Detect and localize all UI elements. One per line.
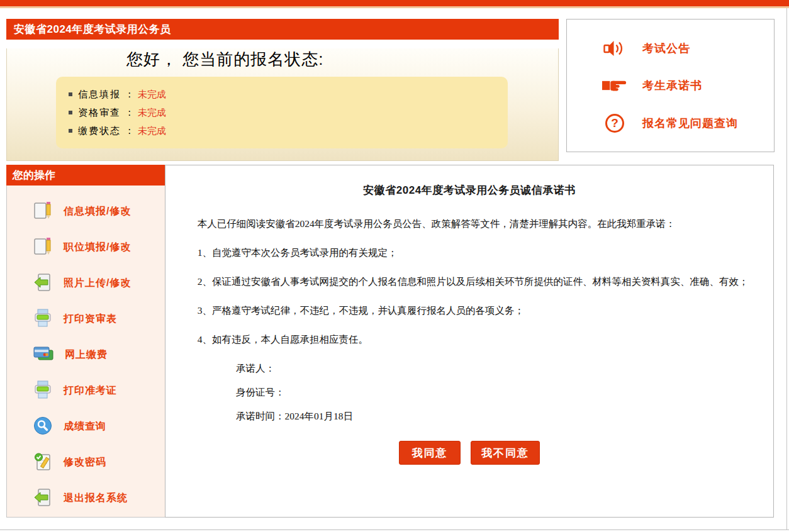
sidebar-item-label: 成绩查询 [64,420,106,433]
quick-links-panel: 考试公告 考生承诺书 ? 报名常见问题查询 [566,19,775,152]
status-value: 未完成 [138,125,166,136]
button-row: 我同意 我不同意 [173,441,766,465]
commitment-paragraph: 3、严格遵守考试纪律，不违纪，不违规，并认真履行报名人员的各项义务； [173,302,766,319]
sidebar-item-online-payment[interactable]: 网上缴费 [7,337,165,373]
printer-icon [33,309,52,330]
sidebar-item-print-admission-ticket[interactable]: 打印准考证 [7,373,165,409]
speaker-icon [602,39,627,58]
link-faq[interactable]: ? 报名常见问题查询 [602,114,774,133]
disagree-button[interactable]: 我不同意 [471,441,540,465]
id-label: 身份证号： [236,387,285,397]
status-panel-body: 您好， 您当前的报名状态: 信息填报：未完成 资格审查：未完成 缴费状态：未完成 [6,48,559,161]
sidebar-item-info-fill[interactable]: 信息填报/修改 [7,194,165,230]
question-icon: ? [602,114,627,133]
sidebar-list: 信息填报/修改 职位填报/修改 照片上传/修改 [7,186,165,516]
sidebar-item-print-review-form[interactable]: 打印资审表 [7,301,165,337]
sidebar-item-exit-system[interactable]: 退出报名系统 [7,480,165,516]
status-item-payment: 缴费状态：未完成 [69,121,508,140]
greeting-text: 您好， 您当前的报名状态: [126,48,558,70]
sidebar-item-score-query[interactable]: 成绩查询 [7,409,165,445]
date-line: 承诺时间：2024年01月18日 [236,407,766,424]
link-exam-announcement[interactable]: 考试公告 [602,39,774,58]
quick-link-label: 考试公告 [642,41,690,56]
top-bar-underline [0,6,789,8]
status-value: 未完成 [138,107,166,118]
sidebar-item-label: 网上缴费 [65,348,108,362]
status-label: 信息填报 [78,89,121,99]
sidebar-item-label: 照片上传/修改 [64,277,131,290]
status-item-review: 资格审查：未完成 [69,103,508,121]
link-candidate-commitment[interactable]: 考生承诺书 [602,77,774,94]
sidebar-item-label: 退出报名系统 [64,492,128,505]
signer-line: 承诺人： [236,360,766,377]
commitment-paragraph: 4、如有违反，本人自愿承担相应责任。 [173,331,766,348]
status-label: 缴费状态 [78,125,121,136]
hand-point-icon [602,77,627,94]
top-bar [0,0,789,6]
status-item-info: 信息填报：未完成 [69,85,508,103]
status-panel-title: 安徽省2024年度考试录用公务员 [6,19,559,40]
commitment-title: 安徽省2024年度考试录用公务员诚信承诺书 [173,183,766,197]
sidebar-item-label: 打印准考证 [64,384,117,397]
doc-edit-icon [33,201,52,223]
printer-icon [33,380,52,402]
commitment-paragraph: 1、自觉遵守本次公务员考试录用的有关规定； [173,244,766,261]
status-box: 信息填报：未完成 资格审查：未完成 缴费状态：未完成 [56,77,508,148]
status-panel: 安徽省2024年度考试录用公务员 您好， 您当前的报名状态: 信息填报：未完成 … [6,19,559,152]
square-bullet-icon [69,92,72,96]
commitment-paragraph: 2、保证通过安徽省人事考试网提交的个人报名信息和照片以及后续相关环节所提供的证件… [173,273,766,290]
sidebar-title: 您的操作 [6,165,165,186]
sidebar-item-label: 打印资审表 [64,313,117,326]
doc-arrow-icon [33,487,52,510]
sidebar-item-photo-upload[interactable]: 照片上传/修改 [7,265,165,301]
date-value: 2024年01月18日 [285,411,354,421]
square-bullet-icon [69,111,72,114]
page-right-border [786,8,787,530]
edit-check-icon [33,452,52,474]
search-icon [33,416,52,438]
status-label: 资格审查 [78,107,121,118]
doc-arrow-icon [33,272,52,295]
status-separator: ： [125,107,134,118]
square-bullet-icon [69,129,72,133]
id-line: 身份证号： [236,384,766,401]
signer-label: 承诺人： [236,363,275,374]
sidebar-item-change-password[interactable]: 修改密码 [7,445,165,480]
sidebar-item-label: 信息填报/修改 [64,205,131,218]
sidebar-item-label: 修改密码 [64,456,106,469]
sidebar-item-position-fill[interactable]: 职位填报/修改 [7,230,165,265]
commitment-panel: 安徽省2024年度考试录用公务员诚信承诺书 本人已仔细阅读安徽省2024年度考试… [165,165,774,518]
quick-link-label: 报名常见问题查询 [642,116,738,131]
page-bottom-border [0,529,789,530]
sidebar-item-label: 职位填报/修改 [64,241,131,254]
bank-cards-icon [33,345,53,365]
operations-sidebar: 您的操作 信息填报/修改 职位填 [6,165,165,518]
status-separator: ： [125,125,134,136]
doc-edit-icon [33,236,52,259]
quick-link-label: 考生承诺书 [642,78,702,93]
date-label: 承诺时间： [236,411,285,421]
commitment-paragraph: 本人已仔细阅读安徽省2024年度考试录用公务员公告、政策解答等文件，清楚并理解其… [173,215,766,232]
status-separator: ： [125,89,134,99]
status-value: 未完成 [138,89,166,99]
agree-button[interactable]: 我同意 [399,441,461,465]
